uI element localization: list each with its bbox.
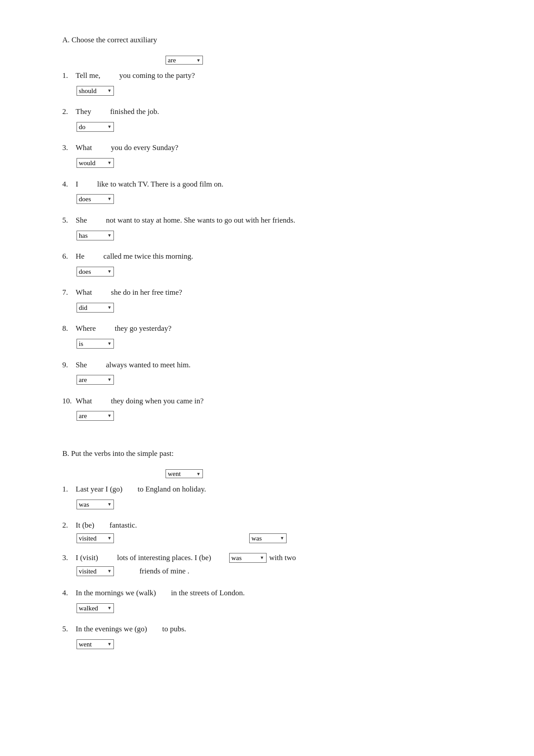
select-b-2a-wrapper[interactable]: wentwaswerevisitedwalkedhaddidsaw▼ <box>77 533 114 543</box>
q-text-2: lots of interesting places. I (be) <box>117 551 228 565</box>
question-b-1: 1.Last year I (go) to England on holiday… <box>62 483 472 511</box>
question-number: 8. <box>62 322 76 336</box>
question-a-8: 8.Where they go yesterday?areiswasweredo… <box>62 322 472 350</box>
question-before-text: I <box>76 178 95 191</box>
question-a-5: 5.She not want to stay at home. She want… <box>62 214 472 242</box>
dropdown-arrow: ▼ <box>107 567 112 575</box>
section-b-top-select-wrapper[interactable]: wentwaswerevisitedwalkedhaddidsaw ▼ <box>166 469 203 478</box>
select-a-7-wrapper[interactable]: areiswasweredodoesdidhashaveshouldwouldc… <box>77 303 114 313</box>
question-line-a-9: 9.She always wanted to meet him. <box>62 358 472 372</box>
question-line-a-3: 3.What you do every Sunday? <box>62 141 472 155</box>
question-after-text: fantastic. <box>109 519 175 532</box>
question-b-2: 2.It (be) fantastic. wentwaswerevisitedw… <box>62 519 472 543</box>
section-b: B. Put the verbs into the simple past: w… <box>62 449 472 650</box>
select-b-4[interactable]: wentwaswerevisitedwalkedhaddidsaw <box>79 605 105 612</box>
question-after-text: they go yesterday? <box>113 322 172 336</box>
dropdown-line-b-5: wentwaswerevisitedwalkedhaddidsaw▼ <box>76 637 472 651</box>
select-a-9[interactable]: areiswasweredodoesdidhashaveshouldwouldc… <box>79 376 105 383</box>
section-a-top-dropdown-wrapper: areiswasweredodoesdidhashaveshouldwouldc… <box>165 55 472 65</box>
select-a-3[interactable]: areiswasweredodoesdidhashaveshouldwouldc… <box>79 159 105 167</box>
question-number: 10. <box>62 394 76 408</box>
select-a-5-wrapper[interactable]: areiswasweredodoesdidhashaveshouldwouldc… <box>77 231 114 240</box>
question-line-a-8: 8.Where they go yesterday? <box>62 322 472 336</box>
question-number: 1. <box>62 69 76 83</box>
section-b-title: B. Put the verbs into the simple past: <box>62 449 472 458</box>
select-b-3b[interactable]: wentwaswerevisitedwalkedhaddidsaw <box>231 554 258 561</box>
question-main-text: In the mornings we (walk) <box>76 586 171 600</box>
question-a-6: 6.He called me twice this morning.areisw… <box>62 250 472 278</box>
dropdown-arrow: ▼ <box>260 554 264 562</box>
question-line-b-4: 4.In the mornings we (walk) in the stree… <box>62 586 472 600</box>
select-b-3a[interactable]: wentwaswerevisitedwalkedhaddidsaw <box>79 568 105 575</box>
select-b-2a[interactable]: wentwaswerevisitedwalkedhaddidsaw <box>79 535 105 542</box>
select-a-5[interactable]: areiswasweredodoesdidhashaveshouldwouldc… <box>79 232 105 239</box>
dropdown-line-b-2: wentwaswerevisitedwalkedhaddidsaw▼wentwa… <box>76 533 472 543</box>
dropdown-arrow: ▼ <box>196 471 201 476</box>
select-a-1-wrapper[interactable]: areiswasweredodoesdidhashaveshouldwouldc… <box>77 86 114 96</box>
select-a-2-wrapper[interactable]: areiswasweredodoesdidhashaveshouldwouldc… <box>77 122 114 132</box>
question-number: 4. <box>62 178 76 191</box>
question-line-a-6: 6.He called me twice this morning. <box>62 250 472 264</box>
select-b-5-wrapper[interactable]: wentwaswerevisitedwalkedhaddidsaw▼ <box>77 639 114 649</box>
select-b-1[interactable]: wentwaswerevisitedwalkedhaddidsaw <box>79 501 105 508</box>
question-number: 1. <box>62 483 76 496</box>
dropdown-arrow: ▼ <box>107 376 112 384</box>
question-after-text: you coming to the party? <box>117 69 195 83</box>
select-b-1-wrapper[interactable]: wentwaswerevisitedwalkedhaddidsaw▼ <box>77 500 114 509</box>
question-after-text: like to watch TV. There is a good film o… <box>95 178 223 191</box>
select-b-5[interactable]: wentwaswerevisitedwalkedhaddidsaw <box>79 641 105 648</box>
dropdown-line-a-3: areiswasweredodoesdidhashaveshouldwouldc… <box>76 156 472 170</box>
b3-main-line: 3.I (visit) lots of interesting places. … <box>62 551 472 565</box>
q-text-4: friends of mine . <box>115 565 190 578</box>
section-a-title: A. Choose the correct auxiliary <box>62 36 472 45</box>
question-before-text: What <box>76 286 109 300</box>
select-a-3-wrapper[interactable]: areiswasweredodoesdidhashaveshouldwouldc… <box>77 158 114 168</box>
select-a-6[interactable]: areiswasweredodoesdidhashaveshouldwouldc… <box>79 268 105 275</box>
select-a-8[interactable]: areiswasweredodoesdidhashaveshouldwouldc… <box>79 340 105 347</box>
b3-sub-line: wentwaswerevisitedwalkedhaddidsaw▼ frien… <box>76 565 472 578</box>
select-a-6-wrapper[interactable]: areiswasweredodoesdidhashaveshouldwouldc… <box>77 267 114 276</box>
select-b-2b[interactable]: wentwaswerevisitedwalkedhaddidsaw <box>251 535 278 542</box>
dropdown-line-a-1: areiswasweredodoesdidhashaveshouldwouldc… <box>76 84 472 98</box>
question-number: 4. <box>62 586 76 600</box>
question-before-text: She <box>76 358 104 372</box>
question-after-text: to England on holiday. <box>138 483 206 496</box>
dropdown-arrow: ▼ <box>107 412 112 420</box>
select-b-2b-wrapper[interactable]: wentwaswerevisitedwalkedhaddidsaw▼ <box>249 533 287 543</box>
dropdown-arrow: ▼ <box>107 604 112 612</box>
section-a-top-select[interactable]: areiswasweredodoesdidhashaveshouldwouldc… <box>168 57 194 64</box>
question-a-10: 10.What they doing when you came in?arei… <box>62 394 472 423</box>
section-b-questions: 1.Last year I (go) to England on holiday… <box>62 483 472 650</box>
select-a-8-wrapper[interactable]: areiswasweredodoesdidhashaveshouldwouldc… <box>77 339 114 349</box>
question-before-text: They <box>76 105 108 119</box>
select-b-3b-wrapper[interactable]: wentwaswerevisitedwalkedhaddidsaw▼ <box>229 553 267 563</box>
question-number: 2. <box>62 519 76 532</box>
section-a-top-select-wrapper[interactable]: areiswasweredodoesdidhashaveshouldwouldc… <box>166 56 203 65</box>
select-a-10-wrapper[interactable]: areiswasweredodoesdidhashaveshouldwouldc… <box>77 411 114 421</box>
select-a-4-wrapper[interactable]: areiswasweredodoesdidhashaveshouldwouldc… <box>77 194 114 204</box>
select-a-2[interactable]: areiswasweredodoesdidhashaveshouldwouldc… <box>79 123 105 130</box>
question-a-9: 9.She always wanted to meet him.areiswas… <box>62 358 472 386</box>
dropdown-line-a-9: areiswasweredodoesdidhashaveshouldwouldc… <box>76 373 472 386</box>
question-number: 6. <box>62 250 76 264</box>
q-text-1: I (visit) <box>76 551 117 565</box>
question-line-b-2: 2.It (be) fantastic. <box>62 519 472 532</box>
dropdown-arrow: ▼ <box>196 58 201 63</box>
section-a-questions: 1.Tell me, you coming to the party?areis… <box>62 69 472 423</box>
section-b-top-select[interactable]: wentwaswerevisitedwalkedhaddidsaw <box>168 470 194 477</box>
select-a-4[interactable]: areiswasweredodoesdidhashaveshouldwouldc… <box>79 195 105 203</box>
select-b-4-wrapper[interactable]: wentwaswerevisitedwalkedhaddidsaw▼ <box>77 603 114 613</box>
question-after-text: finished the job. <box>108 105 159 119</box>
select-a-7[interactable]: areiswasweredodoesdidhashaveshouldwouldc… <box>79 304 105 311</box>
question-a-4: 4.I like to watch TV. There is a good fi… <box>62 178 472 206</box>
dropdown-arrow: ▼ <box>107 640 112 648</box>
question-after-text: they doing when you came in? <box>109 394 203 408</box>
question-after-text: called me twice this morning. <box>101 250 193 264</box>
select-a-1[interactable]: areiswasweredodoesdidhashaveshouldwouldc… <box>79 87 105 94</box>
select-b-3a-wrapper[interactable]: wentwaswerevisitedwalkedhaddidsaw▼ <box>77 566 114 576</box>
select-a-10[interactable]: areiswasweredodoesdidhashaveshouldwouldc… <box>79 412 105 419</box>
dropdown-line-a-7: areiswasweredodoesdidhashaveshouldwouldc… <box>76 301 472 314</box>
select-a-9-wrapper[interactable]: areiswasweredodoesdidhashaveshouldwouldc… <box>77 375 114 385</box>
question-a-2: 2.They finished the job.areiswasweredodo… <box>62 105 472 133</box>
question-a-1: 1.Tell me, you coming to the party?areis… <box>62 69 472 97</box>
